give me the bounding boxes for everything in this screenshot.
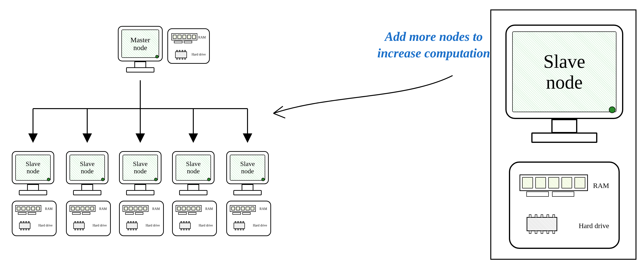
power-led-icon [47,178,50,181]
slave-label-1: Slave [80,160,94,168]
hard-drive-icon [19,223,30,229]
slave-node-monitor: Slavenode [66,151,108,195]
power-led-icon [207,178,210,181]
slave-hw-box: RAM Hard drive [66,201,111,236]
slave-hw-box: RAM Hard drive [172,201,217,236]
hard-drive-icon [526,217,557,231]
slave-label-2: node [27,168,39,175]
ram-icon [15,205,41,215]
inset-label-2: node [546,72,583,93]
hdd-label: Hard drive [253,224,267,227]
slave-node-monitor: Slavenode [226,151,269,195]
ram-label: RAM [260,207,267,211]
ram-label: RAM [99,207,107,211]
slave-label-1: Slave [186,160,200,168]
hard-drive-icon [234,223,245,229]
ram-icon [520,175,588,197]
hard-drive-icon [73,223,85,229]
hdd-label: Hard drive [192,53,206,56]
hdd-label: Hard drive [93,224,107,227]
ram-icon [176,205,202,215]
power-led-icon [262,178,265,181]
ram-label: RAM [593,182,609,190]
inset-slave-monitor: Slave node [506,25,623,143]
inset-hw-box: RAM Hard drive [509,162,620,249]
master-label-1: Master [130,36,150,44]
hdd-label: Hard drive [38,224,52,227]
slave-label-1: Slave [133,160,148,168]
slave-label-2: node [241,168,254,175]
slave-node-monitor: Slavenode [119,151,162,195]
ram-icon [122,205,148,215]
ram-label: RAM [45,207,52,211]
hard-drive-icon [126,223,138,229]
power-led-icon [101,178,104,181]
slave-label-2: node [134,168,146,175]
power-led-icon [155,55,159,58]
ram-label: RAM [205,207,213,211]
master-node-monitor: Master node [118,26,163,72]
hdd-label: Hard drive [199,224,213,227]
hard-drive-icon [180,223,191,229]
master-hw-box: RAM Hard drive [167,28,210,64]
slave-node-monitor: Slavenode [12,151,54,195]
ram-label: RAM [198,36,206,39]
hdd-label: Hard drive [579,222,609,230]
ram-icon [171,33,197,43]
power-led-icon [154,178,158,181]
slave-node-monitor: Slavenode [172,151,214,195]
master-label-2: node [134,44,147,52]
slave-label-1: Slave [240,160,255,168]
inset-label-1: Slave [543,51,585,72]
ram-icon [70,205,96,215]
slave-label-2: node [81,168,94,175]
slave-hw-box: RAM Hard drive [119,201,164,236]
ram-label: RAM [152,207,160,211]
slave-hw-box: RAM Hard drive [12,201,56,236]
hard-drive-icon [175,52,187,58]
ram-icon [230,205,256,215]
inset-panel: Slave node RAM Hard drive [490,10,636,260]
slave-label-1: Slave [26,160,40,168]
slave-label-2: node [187,168,200,175]
hdd-label: Hard drive [146,224,160,227]
slave-hw-box: RAM Hard drive [226,201,271,236]
power-led-icon [609,106,616,113]
